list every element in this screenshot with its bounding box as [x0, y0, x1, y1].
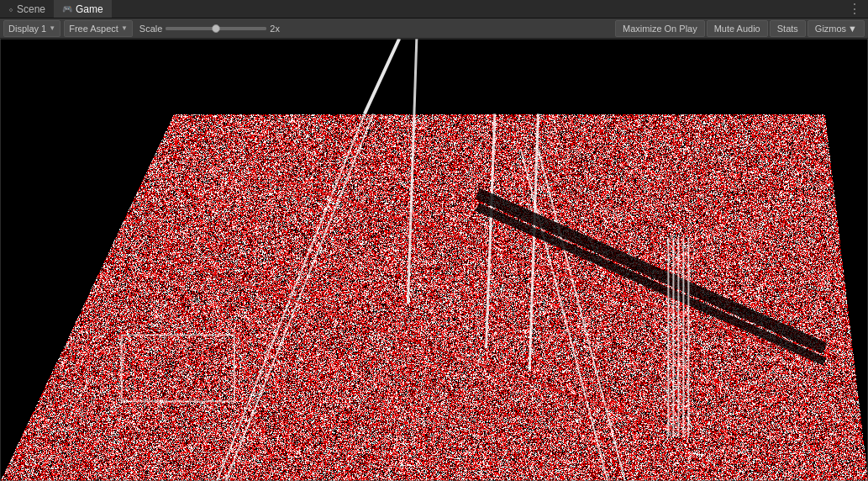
mute-audio-button[interactable]: Mute Audio	[707, 20, 768, 37]
tab-more-button[interactable]: ⋮	[841, 1, 868, 17]
tab-scene-label: Scene	[17, 3, 45, 15]
tab-game[interactable]: 🎮 Game	[54, 0, 112, 18]
maximize-label: Maximize On Play	[623, 24, 697, 34]
tab-scene[interactable]: ⬦ Scene	[0, 0, 54, 18]
gizmos-button[interactable]: Gizmos ▼	[808, 20, 865, 37]
stats-label: Stats	[777, 24, 798, 34]
maximize-on-play-button[interactable]: Maximize On Play	[615, 20, 705, 37]
scale-label: Scale	[139, 24, 163, 34]
tab-bar: ⬦ Scene 🎮 Game ⋮	[0, 0, 868, 18]
aspect-arrow-icon: ▼	[121, 24, 128, 32]
gizmos-arrow-icon: ▼	[848, 24, 857, 34]
mute-label: Mute Audio	[714, 24, 760, 34]
stats-button[interactable]: Stats	[770, 20, 806, 37]
game-view	[0, 39, 868, 481]
display-arrow-icon: ▼	[49, 24, 55, 32]
scene-render	[0, 39, 868, 481]
display-dropdown[interactable]: Display 1 ▼	[3, 20, 60, 37]
aspect-label: Free Aspect	[69, 24, 118, 34]
game-canvas	[0, 39, 868, 481]
display-label: Display 1	[8, 24, 46, 34]
scale-value: 2x	[270, 24, 287, 34]
scale-thumb[interactable]	[212, 24, 220, 33]
scale-slider[interactable]	[166, 27, 266, 30]
toolbar-right: Maximize On Play Mute Audio Stats Gizmos…	[615, 20, 865, 37]
scene-icon: ⬦	[8, 4, 13, 13]
game-icon: 🎮	[62, 4, 72, 13]
scale-container: Scale 2x	[136, 24, 287, 34]
gizmos-label: Gizmos	[815, 24, 846, 34]
tab-game-label: Game	[76, 3, 103, 15]
toolbar: Display 1 ▼ Free Aspect ▼ Scale 2x Maxim…	[0, 18, 868, 39]
aspect-dropdown[interactable]: Free Aspect ▼	[64, 20, 133, 37]
